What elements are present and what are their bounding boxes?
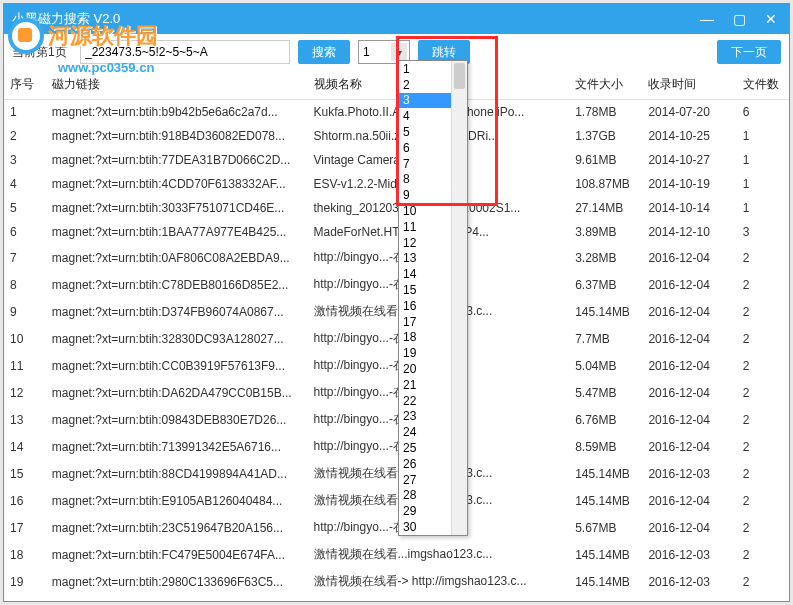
cell-magnet: magnet:?xt=urn:btih:A114F071DC751B08...	[46, 595, 308, 601]
cell-date: 2014-10-19	[642, 172, 736, 196]
cell-size: 9.61MB	[569, 148, 642, 172]
cell-size: 145.14MB	[569, 568, 642, 595]
cell-idx: 2	[4, 124, 46, 148]
table-row[interactable]: 5magnet:?xt=urn:btih:3033F751071CD46E...…	[4, 196, 789, 220]
combo-value: 1	[363, 45, 370, 59]
minimize-button[interactable]: —	[697, 9, 717, 29]
maximize-button[interactable]: ▢	[729, 9, 749, 29]
table-row[interactable]: 6magnet:?xt=urn:btih:1BAA77A977E4B425...…	[4, 220, 789, 244]
cell-date: 2014-10-27	[642, 148, 736, 172]
cell-magnet: magnet:?xt=urn:btih:2980C133696F63C5...	[46, 568, 308, 595]
table-row[interactable]: 12magnet:?xt=urn:btih:DA62DA479CC0B15B..…	[4, 379, 789, 406]
cell-date: 2016-12-03	[642, 541, 736, 568]
cell-files: 2	[737, 352, 789, 379]
cell-idx: 19	[4, 568, 46, 595]
results-table: 序号 磁力链接 视频名称 文件大小 收录时间 文件数 1magnet:?xt=u…	[4, 70, 789, 601]
cell-files: 2	[737, 325, 789, 352]
table-row[interactable]: 1magnet:?xt=urn:btih:b9b42b5e6a6c2a7d...…	[4, 100, 789, 125]
cell-date: 2014-10-14	[642, 196, 736, 220]
page-select-dropdown[interactable]: 1234567891011121314151617181920212223242…	[398, 60, 468, 536]
cell-idx: 14	[4, 433, 46, 460]
cell-files: 2	[737, 514, 789, 541]
cell-files: 1	[737, 196, 789, 220]
dropdown-scrollbar[interactable]	[451, 61, 467, 535]
chevron-down-icon: ▾	[391, 43, 407, 61]
cell-files: 2	[737, 244, 789, 271]
cell-size: 3.89MB	[569, 220, 642, 244]
cell-date: 2015-03-15	[642, 595, 736, 601]
cell-date: 2016-12-03	[642, 460, 736, 487]
titlebar: 小黑磁力搜索 V2.0 — ▢ ✕	[4, 4, 789, 34]
cell-date: 2016-12-04	[642, 325, 736, 352]
table-row[interactable]: 7magnet:?xt=urn:btih:0AF806C08A2EBDA9...…	[4, 244, 789, 271]
cell-date: 2016-12-03	[642, 568, 736, 595]
cell-magnet: magnet:?xt=urn:btih:713991342E5A6716...	[46, 433, 308, 460]
cell-idx: 9	[4, 298, 46, 325]
cell-date: 2016-12-04	[642, 514, 736, 541]
cell-date: 2016-12-04	[642, 244, 736, 271]
table-row[interactable]: 2magnet:?xt=urn:btih:918B4D36082ED078...…	[4, 124, 789, 148]
cell-name: 激情视频在线看-> http://imgshao123.c...	[308, 568, 570, 595]
table-row[interactable]: 10magnet:?xt=urn:btih:32830DC93A128027..…	[4, 325, 789, 352]
dropdown-scroll-thumb[interactable]	[454, 63, 465, 89]
table-row[interactable]: 14magnet:?xt=urn:btih:713991342E5A6716..…	[4, 433, 789, 460]
cell-magnet: magnet:?xt=urn:btih:C78DEB80166D85E2...	[46, 271, 308, 298]
col-header-index[interactable]: 序号	[4, 70, 46, 100]
table-row[interactable]: 3magnet:?xt=urn:btih:77DEA31B7D066C2D...…	[4, 148, 789, 172]
table-row[interactable]: 15magnet:?xt=urn:btih:88CD4199894A41AD..…	[4, 460, 789, 487]
cell-magnet: magnet:?xt=urn:btih:918B4D36082ED078...	[46, 124, 308, 148]
search-input[interactable]	[80, 40, 290, 64]
cell-magnet: magnet:?xt=urn:btih:3033F751071CD46E...	[46, 196, 308, 220]
cell-files: 2	[737, 271, 789, 298]
col-header-size[interactable]: 文件大小	[569, 70, 642, 100]
cell-date: 2014-10-25	[642, 124, 736, 148]
cell-files: 2	[737, 433, 789, 460]
col-header-date[interactable]: 收录时间	[642, 70, 736, 100]
table-row[interactable]: 13magnet:?xt=urn:btih:09843DEB830E7D26..…	[4, 406, 789, 433]
cell-magnet: magnet:?xt=urn:btih:FC479E5004E674FA...	[46, 541, 308, 568]
cell-magnet: magnet:?xt=urn:btih:E9105AB126040484...	[46, 487, 308, 514]
cell-size: 1.78MB	[569, 100, 642, 125]
cell-size: 5.67MB	[569, 514, 642, 541]
table-row[interactable]: 4magnet:?xt=urn:btih:4CDD70F6138332AF...…	[4, 172, 789, 196]
cell-files: 2	[737, 379, 789, 406]
cell-idx: 4	[4, 172, 46, 196]
table-row[interactable]: 9magnet:?xt=urn:btih:D374FB96074A0867...…	[4, 298, 789, 325]
cell-date: 2016-12-04	[642, 379, 736, 406]
cell-magnet: magnet:?xt=urn:btih:09843DEB830E7D26...	[46, 406, 308, 433]
table-row[interactable]: 18magnet:?xt=urn:btih:FC479E5004E674FA..…	[4, 541, 789, 568]
cell-magnet: magnet:?xt=urn:btih:CC0B3919F57613F9...	[46, 352, 308, 379]
cell-files: 6	[737, 100, 789, 125]
table-row[interactable]: 11magnet:?xt=urn:btih:CC0B3919F57613F9..…	[4, 352, 789, 379]
cell-files: 1	[737, 124, 789, 148]
cell-size: 6.76MB	[569, 406, 642, 433]
cell-idx: 13	[4, 406, 46, 433]
cell-size: 145.14MB	[569, 460, 642, 487]
table-row[interactable]: 8magnet:?xt=urn:btih:C78DEB80166D85E2...…	[4, 271, 789, 298]
table-row[interactable]: 19magnet:?xt=urn:btih:2980C133696F63C5..…	[4, 568, 789, 595]
col-header-magnet[interactable]: 磁力链接	[46, 70, 308, 100]
cell-size: 7.7MB	[569, 325, 642, 352]
cell-idx: 15	[4, 460, 46, 487]
cell-magnet: magnet:?xt=urn:btih:88CD4199894A41AD...	[46, 460, 308, 487]
window-title: 小黑磁力搜索 V2.0	[12, 10, 697, 28]
cell-idx: 20	[4, 595, 46, 601]
cell-magnet: magnet:?xt=urn:btih:32830DC93A128027...	[46, 325, 308, 352]
close-button[interactable]: ✕	[761, 9, 781, 29]
cell-idx: 6	[4, 220, 46, 244]
table-row[interactable]: 16magnet:?xt=urn:btih:E9105AB126040484..…	[4, 487, 789, 514]
next-page-button[interactable]: 下一页	[717, 40, 781, 64]
cell-magnet: magnet:?xt=urn:btih:0AF806C08A2EBDA9...	[46, 244, 308, 271]
results-table-wrap: 序号 磁力链接 视频名称 文件大小 收录时间 文件数 1magnet:?xt=u…	[4, 70, 789, 601]
cell-idx: 5	[4, 196, 46, 220]
cell-magnet: magnet:?xt=urn:btih:1BAA77A977E4B425...	[46, 220, 308, 244]
cell-files: 4	[737, 595, 789, 601]
cell-size: 5.47MB	[569, 379, 642, 406]
search-button[interactable]: 搜索	[298, 40, 350, 64]
table-row[interactable]: 17magnet:?xt=urn:btih:23C519647B20A156..…	[4, 514, 789, 541]
cell-size: 8.59MB	[569, 433, 642, 460]
cell-idx: 18	[4, 541, 46, 568]
cell-idx: 12	[4, 379, 46, 406]
col-header-files[interactable]: 文件数	[737, 70, 789, 100]
table-row[interactable]: 20magnet:?xt=urn:btih:A114F071DC751B08..…	[4, 595, 789, 601]
